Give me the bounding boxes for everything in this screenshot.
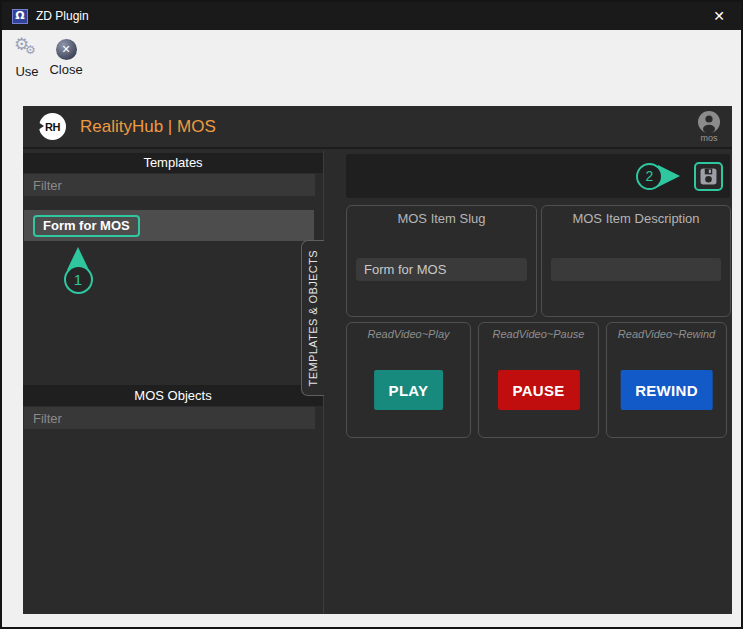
panel-header: RH RealityHub | MOS mos [23, 106, 732, 149]
omega-app-icon: Ω [12, 9, 28, 24]
close-button[interactable]: ✕ Close [46, 37, 86, 77]
template-item-label: Form for MOS [33, 215, 140, 237]
templates-section-header: Templates [23, 153, 323, 173]
readvideo-play-fieldset: ReadVideo~Play PLAY [346, 322, 471, 438]
realityhub-logo: RH [39, 113, 66, 140]
window-close-icon[interactable]: ✕ [707, 8, 731, 24]
user-avatar-icon [698, 111, 720, 133]
editor-toolbar-strip: 2 [346, 154, 730, 198]
gears-icon: ⚙ ⚙ [14, 37, 40, 62]
left-column: Templates Form for MOS 1 MOS Objects [23, 151, 323, 614]
annotation-step-1: 1 [46, 247, 110, 294]
mos-item-description-input[interactable] [551, 258, 721, 281]
readvideo-play-label: ReadVideo~Play [347, 328, 470, 340]
play-button[interactable]: PLAY [374, 370, 444, 410]
annotation-step-2: 2 [636, 163, 680, 190]
save-floppy-icon [700, 168, 717, 185]
mos-item-description-fieldset: MOS Item Description [541, 205, 731, 317]
zd-plugin-window: Ω ZD Plugin ✕ ⚙ ⚙ Use ✕ Close RH Reality… [0, 0, 743, 629]
tab-templates-and-objects[interactable]: TEMPLATES & OBJECTS [301, 240, 324, 396]
close-button-label: Close [49, 62, 82, 77]
tab-label: TEMPLATES & OBJECTS [307, 250, 319, 386]
mos-objects-section-header: MOS Objects [23, 385, 323, 406]
mos-item-slug-input[interactable] [356, 258, 527, 281]
annotation-2-number: 2 [636, 163, 663, 190]
mos-objects-filter-input[interactable] [24, 407, 315, 429]
mos-item-slug-label: MOS Item Slug [347, 211, 536, 226]
right-column: TEMPLATES & OBJECTS 2 [323, 151, 732, 614]
readvideo-pause-fieldset: ReadVideo~Pause PAUSE [478, 322, 599, 438]
plugin-toolbar: ⚙ ⚙ Use ✕ Close [4, 30, 739, 92]
arrow-up-icon [67, 247, 89, 270]
arrow-right-icon [658, 165, 680, 187]
use-button[interactable]: ⚙ ⚙ Use [9, 37, 45, 79]
readvideo-pause-label: ReadVideo~Pause [479, 328, 598, 340]
readvideo-rewind-fieldset: ReadVideo~Rewind REWIND [606, 322, 727, 438]
mos-item-description-label: MOS Item Description [542, 211, 730, 226]
template-list-item[interactable]: Form for MOS [24, 210, 314, 241]
annotation-1-number: 1 [64, 265, 93, 294]
mos-item-slug-fieldset: MOS Item Slug [346, 205, 537, 317]
save-button[interactable] [694, 162, 723, 191]
use-button-label: Use [15, 64, 38, 79]
readvideo-rewind-label: ReadVideo~Rewind [607, 328, 726, 340]
window-title: ZD Plugin [36, 9, 89, 23]
user-menu[interactable]: mos [698, 111, 720, 143]
titlebar: Ω ZD Plugin ✕ [2, 2, 741, 30]
user-name: mos [700, 133, 717, 143]
realityhub-panel: RH RealityHub | MOS mos Templates [23, 106, 732, 614]
close-circle-icon: ✕ [56, 39, 77, 60]
pause-button[interactable]: PAUSE [497, 370, 579, 410]
templates-filter-input[interactable] [24, 174, 315, 196]
panel-body: Templates Form for MOS 1 MOS Objects TEM… [23, 151, 732, 614]
rewind-button[interactable]: REWIND [620, 370, 713, 410]
logo-notch [38, 122, 44, 130]
brand-title: RealityHub | MOS [80, 117, 216, 137]
